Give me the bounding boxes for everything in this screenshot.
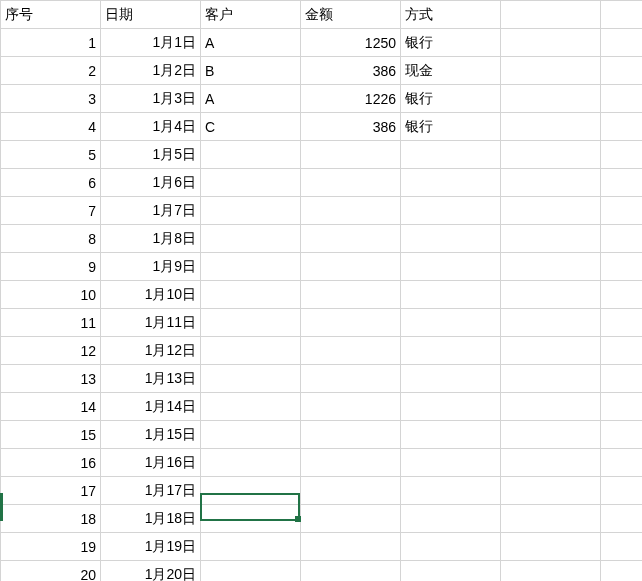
cell-empty[interactable] <box>501 533 601 561</box>
cell-num[interactable]: 11 <box>1 309 101 337</box>
cell-method[interactable] <box>401 533 501 561</box>
cell-empty[interactable] <box>501 113 601 141</box>
cell-date[interactable]: 1月12日 <box>101 337 201 365</box>
cell-num[interactable]: 18 <box>1 505 101 533</box>
cell-date[interactable]: 1月10日 <box>101 281 201 309</box>
header-customer[interactable]: 客户 <box>201 1 301 29</box>
cell-empty[interactable] <box>601 561 643 582</box>
cell-amount[interactable] <box>301 197 401 225</box>
cell-customer[interactable] <box>201 225 301 253</box>
cell-amount[interactable] <box>301 505 401 533</box>
cell-amount[interactable] <box>301 141 401 169</box>
cell-empty[interactable] <box>601 225 643 253</box>
cell-empty[interactable] <box>601 533 643 561</box>
cell-empty[interactable] <box>601 113 643 141</box>
cell-num[interactable]: 15 <box>1 421 101 449</box>
cell-num[interactable]: 1 <box>1 29 101 57</box>
cell-empty[interactable] <box>601 85 643 113</box>
cell-num[interactable]: 16 <box>1 449 101 477</box>
cell-amount[interactable] <box>301 309 401 337</box>
header-num[interactable]: 序号 <box>1 1 101 29</box>
cell-num[interactable]: 9 <box>1 253 101 281</box>
cell-amount[interactable] <box>301 225 401 253</box>
cell-empty[interactable] <box>501 197 601 225</box>
cell-method[interactable] <box>401 477 501 505</box>
cell-empty[interactable] <box>501 393 601 421</box>
cell-amount[interactable] <box>301 561 401 582</box>
cell-amount[interactable]: 1250 <box>301 29 401 57</box>
cell-empty[interactable] <box>501 365 601 393</box>
cell-method[interactable]: 现金 <box>401 57 501 85</box>
cell-customer[interactable] <box>201 309 301 337</box>
cell-method[interactable] <box>401 421 501 449</box>
cell-date[interactable]: 1月20日 <box>101 561 201 582</box>
cell-date[interactable]: 1月3日 <box>101 85 201 113</box>
cell-empty[interactable] <box>601 365 643 393</box>
cell-method[interactable]: 银行 <box>401 113 501 141</box>
cell-empty[interactable] <box>501 449 601 477</box>
cell-empty[interactable] <box>501 309 601 337</box>
cell-date[interactable]: 1月18日 <box>101 505 201 533</box>
cell-method[interactable] <box>401 337 501 365</box>
cell-num[interactable]: 6 <box>1 169 101 197</box>
cell-amount[interactable]: 386 <box>301 57 401 85</box>
cell-customer[interactable] <box>201 169 301 197</box>
cell-empty[interactable] <box>601 393 643 421</box>
cell-empty[interactable] <box>501 421 601 449</box>
cell-method[interactable] <box>401 253 501 281</box>
cell-method[interactable] <box>401 393 501 421</box>
cell-date[interactable]: 1月13日 <box>101 365 201 393</box>
cell-empty[interactable] <box>601 337 643 365</box>
cell-empty[interactable] <box>601 141 643 169</box>
cell-method[interactable] <box>401 309 501 337</box>
cell-date[interactable]: 1月5日 <box>101 141 201 169</box>
cell-method[interactable] <box>401 141 501 169</box>
cell-method[interactable] <box>401 169 501 197</box>
header-method[interactable]: 方式 <box>401 1 501 29</box>
header-amount[interactable]: 金额 <box>301 1 401 29</box>
header-date[interactable]: 日期 <box>101 1 201 29</box>
cell-empty[interactable] <box>501 169 601 197</box>
cell-amount[interactable]: 1226 <box>301 85 401 113</box>
cell-amount[interactable] <box>301 365 401 393</box>
cell-customer[interactable] <box>201 505 301 533</box>
header-extra1[interactable] <box>501 1 601 29</box>
cell-empty[interactable] <box>601 449 643 477</box>
cell-date[interactable]: 1月9日 <box>101 253 201 281</box>
cell-num[interactable]: 14 <box>1 393 101 421</box>
cell-empty[interactable] <box>501 337 601 365</box>
cell-empty[interactable] <box>501 29 601 57</box>
cell-num[interactable]: 19 <box>1 533 101 561</box>
cell-method[interactable]: 银行 <box>401 85 501 113</box>
cell-customer[interactable]: A <box>201 29 301 57</box>
cell-customer[interactable]: C <box>201 113 301 141</box>
cell-method[interactable] <box>401 449 501 477</box>
cell-empty[interactable] <box>501 225 601 253</box>
cell-empty[interactable] <box>601 421 643 449</box>
cell-amount[interactable] <box>301 449 401 477</box>
cell-customer[interactable] <box>201 365 301 393</box>
cell-empty[interactable] <box>501 281 601 309</box>
cell-num[interactable]: 3 <box>1 85 101 113</box>
cell-empty[interactable] <box>501 141 601 169</box>
cell-empty[interactable] <box>601 281 643 309</box>
cell-method[interactable] <box>401 225 501 253</box>
cell-empty[interactable] <box>601 477 643 505</box>
cell-amount[interactable] <box>301 393 401 421</box>
cell-method[interactable] <box>401 505 501 533</box>
cell-customer[interactable] <box>201 449 301 477</box>
cell-empty[interactable] <box>601 253 643 281</box>
cell-empty[interactable] <box>601 505 643 533</box>
cell-amount[interactable]: 386 <box>301 113 401 141</box>
cell-empty[interactable] <box>501 505 601 533</box>
cell-method[interactable]: 银行 <box>401 29 501 57</box>
cell-amount[interactable] <box>301 169 401 197</box>
cell-customer[interactable] <box>201 477 301 505</box>
cell-method[interactable] <box>401 281 501 309</box>
cell-empty[interactable] <box>601 57 643 85</box>
cell-date[interactable]: 1月11日 <box>101 309 201 337</box>
data-table[interactable]: 序号 日期 客户 金额 方式 11月1日A1250银行21月2日B386现金31… <box>0 0 642 581</box>
cell-empty[interactable] <box>601 169 643 197</box>
spreadsheet-grid[interactable]: 序号 日期 客户 金额 方式 11月1日A1250银行21月2日B386现金31… <box>0 0 642 581</box>
cell-empty[interactable] <box>501 57 601 85</box>
